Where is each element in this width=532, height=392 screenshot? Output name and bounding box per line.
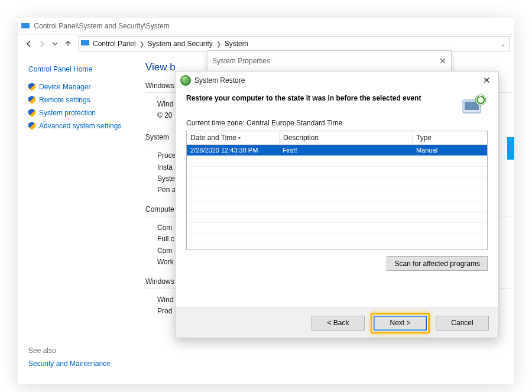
back-button[interactable]: < Back [312, 316, 365, 331]
security-maintenance-link[interactable]: Security and Maintenance [28, 359, 111, 368]
windows-logo-fragment [507, 137, 514, 160]
dialog-body: Restore your computer to the state it wa… [176, 89, 498, 308]
column-header-type[interactable]: Type [413, 131, 487, 144]
system-properties-title: System Properties [212, 57, 270, 65]
table-row [187, 189, 487, 200]
chevron-right-icon: ❯ [140, 41, 144, 47]
sort-desc-icon: ▾ [238, 135, 241, 141]
nav-up-button[interactable] [61, 37, 74, 50]
nav-forward-button[interactable] [35, 37, 48, 50]
column-header-datetime[interactable]: Date and Time▾ [187, 131, 280, 144]
window-title-bar: Control Panel\System and Security\System [18, 18, 514, 34]
cell-datetime: 2/28/2020 12:43:38 PM [187, 147, 279, 154]
shield-icon [28, 96, 35, 104]
monitor-icon [21, 23, 30, 30]
system-restore-dialog: System Restore ✕ Restore your computer t… [175, 71, 499, 338]
breadcrumb[interactable]: Control Panel ❯ System and Security ❯ Sy… [78, 36, 510, 51]
next-button-highlight: Next > [371, 313, 430, 333]
dialog-heading: Restore your computer to the state it wa… [186, 94, 423, 102]
table-row [187, 167, 487, 178]
sidebar-link-advanced-settings[interactable]: Advanced system settings [28, 122, 153, 130]
window-title-text: Control Panel\System and Security\System [34, 22, 169, 30]
restore-points-table[interactable]: Date and Time▾ Description Type 2/28/202… [186, 131, 488, 250]
table-row [187, 178, 487, 189]
table-header: Date and Time▾ Description Type [187, 131, 487, 145]
restore-graphic-icon [460, 93, 489, 118]
sidebar-link-remote-settings[interactable]: Remote settings [28, 96, 153, 104]
table-row [187, 234, 487, 245]
scan-affected-button[interactable]: Scan for affected programs [387, 256, 488, 271]
timezone-label: Current time zone: Central Europe Standa… [186, 119, 488, 127]
see-also-label: See also [28, 346, 56, 355]
chevron-down-icon[interactable]: ⌄ [497, 41, 509, 47]
nav-recent-dropdown[interactable] [48, 37, 61, 50]
sidebar-link-device-manager[interactable]: Device Manager [28, 83, 153, 91]
close-button[interactable]: ✕ [479, 75, 494, 86]
shield-icon [28, 122, 35, 130]
dialog-title: System Restore [194, 76, 245, 85]
monitor-icon [81, 40, 89, 47]
dialog-title-bar: System Restore ✕ [176, 72, 498, 89]
system-properties-dialog: System Properties ✕ [207, 50, 452, 72]
sidebar-link-system-protection[interactable]: System protection [28, 109, 153, 117]
cell-type: Manual [413, 147, 487, 154]
close-icon[interactable]: ✕ [439, 56, 446, 66]
shield-icon [28, 109, 35, 117]
table-row [187, 223, 487, 234]
table-row [187, 155, 487, 167]
table-row[interactable]: 2/28/2020 12:43:38 PM First! Manual [187, 145, 487, 155]
restore-icon [180, 75, 191, 86]
dialog-footer: < Back Next > Cancel [176, 307, 498, 338]
cell-description: First! [279, 147, 413, 154]
crumb-2[interactable]: System [225, 40, 248, 48]
nav-back-button[interactable] [22, 37, 35, 50]
table-row [187, 200, 487, 212]
crumb-1[interactable]: System and Security [148, 40, 213, 48]
control-panel-home-link[interactable]: Control Panel Home [28, 65, 153, 73]
sidebar: Control Panel Home Device Manager Remote… [18, 53, 153, 135]
table-row [187, 212, 487, 223]
shield-icon [28, 83, 35, 91]
chevron-right-icon: ❯ [216, 41, 221, 47]
crumb-0[interactable]: Control Panel [93, 40, 136, 48]
next-button[interactable]: Next > [374, 316, 427, 331]
column-header-description[interactable]: Description [280, 131, 413, 144]
cancel-button[interactable]: Cancel [436, 316, 489, 331]
